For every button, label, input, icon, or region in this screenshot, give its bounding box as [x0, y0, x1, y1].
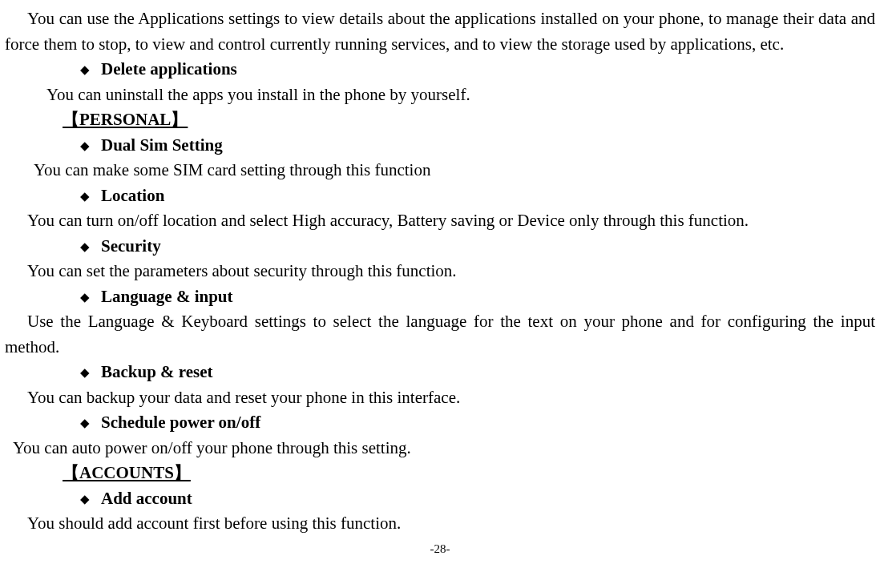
bullet-title: Add account: [101, 486, 192, 512]
dual-sim-desc: You can make some SIM card setting throu…: [5, 158, 875, 183]
diamond-icon: ◆: [80, 414, 90, 433]
diamond-icon: ◆: [80, 490, 90, 509]
section-personal: 【PERSONAL】: [5, 107, 875, 133]
location-desc: You can turn on/off location and select …: [5, 208, 875, 234]
section-accounts: 【ACCOUNTS】: [5, 461, 875, 486]
backup-reset-desc: You can backup your data and reset your …: [5, 385, 875, 411]
bullet-delete-applications: ◆ Delete applications: [5, 57, 875, 83]
diamond-icon: ◆: [80, 137, 90, 155]
bullet-title: Schedule power on/off: [101, 410, 260, 436]
bullet-title: Dual Sim Setting: [101, 133, 223, 159]
bullet-title: Backup & reset: [101, 360, 213, 385]
diamond-icon: ◆: [80, 364, 90, 382]
bullet-security: ◆ Security: [5, 234, 875, 260]
bullet-schedule-power: ◆ Schedule power on/off: [5, 410, 875, 436]
bullet-title: Language & input: [101, 284, 233, 310]
bullet-title: Location: [101, 183, 164, 209]
add-account-desc: You should add account first before usin…: [5, 511, 875, 537]
intro-paragraph: You can use the Applications settings to…: [5, 6, 875, 57]
page-number: -28-: [5, 540, 875, 558]
bullet-location: ◆ Location: [5, 183, 875, 209]
diamond-icon: ◆: [80, 187, 90, 206]
diamond-icon: ◆: [80, 238, 90, 256]
diamond-icon: ◆: [80, 288, 90, 307]
diamond-icon: ◆: [80, 61, 90, 79]
delete-applications-desc: You can uninstall the apps you install i…: [5, 83, 875, 108]
bullet-dual-sim: ◆ Dual Sim Setting: [5, 133, 875, 159]
security-desc: You can set the parameters about securit…: [5, 259, 875, 284]
bullet-title: Delete applications: [101, 57, 237, 83]
bullet-title: Security: [101, 234, 161, 260]
language-input-desc: Use the Language & Keyboard settings to …: [5, 309, 875, 360]
schedule-power-desc: You can auto power on/off your phone thr…: [5, 436, 875, 461]
bullet-backup-reset: ◆ Backup & reset: [5, 360, 875, 385]
bullet-add-account: ◆ Add account: [5, 486, 875, 512]
bullet-language-input: ◆ Language & input: [5, 284, 875, 310]
